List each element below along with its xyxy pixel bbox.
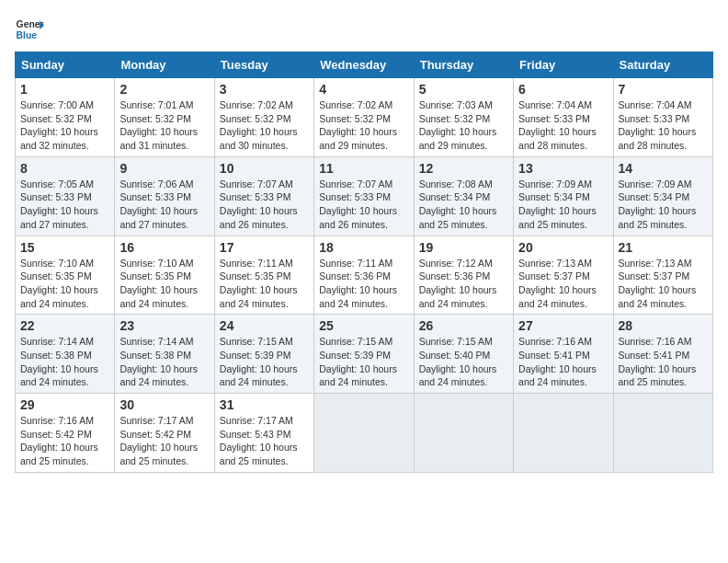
day-info: Sunrise: 7:04 AM Sunset: 5:33 PM Dayligh… xyxy=(619,98,708,153)
calendar-cell: 13 Sunrise: 7:09 AM Sunset: 5:34 PM Dayl… xyxy=(514,156,613,236)
calendar-week-5: 29 Sunrise: 7:16 AM Sunset: 5:42 PM Dayl… xyxy=(16,394,713,473)
day-info: Sunrise: 7:07 AM Sunset: 5:33 PM Dayligh… xyxy=(220,178,309,232)
weekday-header-saturday: Saturday xyxy=(613,52,712,78)
day-number: 30 xyxy=(119,397,209,412)
weekday-header-thursday: Thursday xyxy=(414,52,513,78)
day-number: 17 xyxy=(220,240,309,255)
day-number: 16 xyxy=(119,240,209,255)
day-number: 13 xyxy=(518,161,608,176)
calendar-cell: 3 Sunrise: 7:02 AM Sunset: 5:32 PM Dayli… xyxy=(214,78,313,157)
day-info: Sunrise: 7:17 AM Sunset: 5:43 PM Dayligh… xyxy=(220,414,309,468)
day-info: Sunrise: 7:16 AM Sunset: 5:42 PM Dayligh… xyxy=(20,414,109,468)
day-number: 25 xyxy=(319,318,408,333)
day-info: Sunrise: 7:17 AM Sunset: 5:42 PM Dayligh… xyxy=(119,414,209,468)
day-number: 9 xyxy=(119,161,209,176)
day-number: 21 xyxy=(619,240,708,255)
calendar-cell: 23 Sunrise: 7:14 AM Sunset: 5:38 PM Dayl… xyxy=(115,315,214,394)
day-number: 1 xyxy=(20,82,109,97)
day-info: Sunrise: 7:02 AM Sunset: 5:32 PM Dayligh… xyxy=(319,98,408,153)
day-number: 22 xyxy=(20,318,109,333)
day-number: 26 xyxy=(419,318,508,333)
day-number: 19 xyxy=(419,240,508,255)
logo-icon: General Blue xyxy=(15,15,44,44)
calendar-cell: 6 Sunrise: 7:04 AM Sunset: 5:33 PM Dayli… xyxy=(514,78,613,157)
weekday-header-wednesday: Wednesday xyxy=(314,52,414,78)
calendar-header: SundayMondayTuesdayWednesdayThursdayFrid… xyxy=(16,52,713,78)
calendar-cell xyxy=(314,394,414,473)
day-number: 31 xyxy=(220,397,309,412)
day-number: 27 xyxy=(518,318,608,333)
calendar-body: 1 Sunrise: 7:00 AM Sunset: 5:32 PM Dayli… xyxy=(16,78,713,473)
day-info: Sunrise: 7:05 AM Sunset: 5:33 PM Dayligh… xyxy=(20,178,109,232)
calendar-cell: 7 Sunrise: 7:04 AM Sunset: 5:33 PM Dayli… xyxy=(613,78,712,157)
day-info: Sunrise: 7:15 AM Sunset: 5:40 PM Dayligh… xyxy=(419,335,508,389)
day-number: 4 xyxy=(319,82,408,97)
day-number: 3 xyxy=(220,82,309,97)
day-number: 23 xyxy=(119,318,209,333)
weekday-header-tuesday: Tuesday xyxy=(214,52,313,78)
day-info: Sunrise: 7:15 AM Sunset: 5:39 PM Dayligh… xyxy=(220,335,309,389)
calendar-cell: 9 Sunrise: 7:06 AM Sunset: 5:33 PM Dayli… xyxy=(115,156,214,236)
calendar-week-3: 15 Sunrise: 7:10 AM Sunset: 5:35 PM Dayl… xyxy=(16,236,713,315)
day-number: 28 xyxy=(619,318,708,333)
calendar-cell xyxy=(613,394,712,473)
day-info: Sunrise: 7:11 AM Sunset: 5:35 PM Dayligh… xyxy=(220,257,309,311)
calendar-cell: 8 Sunrise: 7:05 AM Sunset: 5:33 PM Dayli… xyxy=(16,156,115,236)
day-info: Sunrise: 7:06 AM Sunset: 5:33 PM Dayligh… xyxy=(119,178,209,232)
day-info: Sunrise: 7:13 AM Sunset: 5:37 PM Dayligh… xyxy=(619,257,708,311)
calendar-cell: 31 Sunrise: 7:17 AM Sunset: 5:43 PM Dayl… xyxy=(214,394,313,473)
calendar-cell: 2 Sunrise: 7:01 AM Sunset: 5:32 PM Dayli… xyxy=(115,78,214,157)
calendar-cell xyxy=(514,394,613,473)
calendar-cell: 28 Sunrise: 7:16 AM Sunset: 5:41 PM Dayl… xyxy=(613,315,712,394)
weekday-header-monday: Monday xyxy=(115,52,214,78)
calendar-week-1: 1 Sunrise: 7:00 AM Sunset: 5:32 PM Dayli… xyxy=(16,78,713,157)
day-number: 29 xyxy=(20,397,109,412)
day-info: Sunrise: 7:03 AM Sunset: 5:32 PM Dayligh… xyxy=(419,98,508,153)
calendar-cell: 12 Sunrise: 7:08 AM Sunset: 5:34 PM Dayl… xyxy=(414,156,513,236)
day-number: 6 xyxy=(518,82,608,97)
calendar-cell: 17 Sunrise: 7:11 AM Sunset: 5:35 PM Dayl… xyxy=(214,236,313,315)
calendar-cell: 11 Sunrise: 7:07 AM Sunset: 5:33 PM Dayl… xyxy=(314,156,414,236)
calendar-cell: 30 Sunrise: 7:17 AM Sunset: 5:42 PM Dayl… xyxy=(115,394,214,473)
day-number: 14 xyxy=(619,161,708,176)
calendar-cell: 27 Sunrise: 7:16 AM Sunset: 5:41 PM Dayl… xyxy=(514,315,613,394)
calendar-cell: 14 Sunrise: 7:09 AM Sunset: 5:34 PM Dayl… xyxy=(613,156,712,236)
weekday-header-sunday: Sunday xyxy=(16,52,115,78)
day-info: Sunrise: 7:16 AM Sunset: 5:41 PM Dayligh… xyxy=(619,335,708,389)
day-info: Sunrise: 7:09 AM Sunset: 5:34 PM Dayligh… xyxy=(518,178,608,232)
day-number: 10 xyxy=(220,161,309,176)
calendar-cell: 18 Sunrise: 7:11 AM Sunset: 5:36 PM Dayl… xyxy=(314,236,414,315)
day-number: 24 xyxy=(220,318,309,333)
calendar-cell: 22 Sunrise: 7:14 AM Sunset: 5:38 PM Dayl… xyxy=(16,315,115,394)
calendar-cell: 19 Sunrise: 7:12 AM Sunset: 5:36 PM Dayl… xyxy=(414,236,513,315)
day-info: Sunrise: 7:10 AM Sunset: 5:35 PM Dayligh… xyxy=(119,257,209,311)
calendar-cell: 20 Sunrise: 7:13 AM Sunset: 5:37 PM Dayl… xyxy=(514,236,613,315)
day-number: 15 xyxy=(20,240,109,255)
calendar-table: SundayMondayTuesdayWednesdayThursdayFrid… xyxy=(15,52,713,473)
day-info: Sunrise: 7:02 AM Sunset: 5:32 PM Dayligh… xyxy=(220,98,309,153)
calendar-cell: 29 Sunrise: 7:16 AM Sunset: 5:42 PM Dayl… xyxy=(16,394,115,473)
calendar-cell: 26 Sunrise: 7:15 AM Sunset: 5:40 PM Dayl… xyxy=(414,315,513,394)
day-number: 8 xyxy=(20,161,109,176)
day-info: Sunrise: 7:00 AM Sunset: 5:32 PM Dayligh… xyxy=(20,98,109,153)
day-info: Sunrise: 7:01 AM Sunset: 5:32 PM Dayligh… xyxy=(119,98,209,153)
day-info: Sunrise: 7:08 AM Sunset: 5:34 PM Dayligh… xyxy=(419,178,508,232)
weekday-header-friday: Friday xyxy=(514,52,613,78)
day-info: Sunrise: 7:12 AM Sunset: 5:36 PM Dayligh… xyxy=(419,257,508,311)
day-info: Sunrise: 7:09 AM Sunset: 5:34 PM Dayligh… xyxy=(619,178,708,232)
day-info: Sunrise: 7:11 AM Sunset: 5:36 PM Dayligh… xyxy=(319,257,408,311)
day-number: 7 xyxy=(619,82,708,97)
calendar-cell: 10 Sunrise: 7:07 AM Sunset: 5:33 PM Dayl… xyxy=(214,156,313,236)
day-number: 11 xyxy=(319,161,408,176)
day-number: 12 xyxy=(419,161,508,176)
calendar-cell: 25 Sunrise: 7:15 AM Sunset: 5:39 PM Dayl… xyxy=(314,315,414,394)
day-number: 20 xyxy=(518,240,608,255)
calendar-cell: 4 Sunrise: 7:02 AM Sunset: 5:32 PM Dayli… xyxy=(314,78,414,157)
calendar-cell: 5 Sunrise: 7:03 AM Sunset: 5:32 PM Dayli… xyxy=(414,78,513,157)
weekday-row: SundayMondayTuesdayWednesdayThursdayFrid… xyxy=(16,52,713,78)
calendar-cell: 16 Sunrise: 7:10 AM Sunset: 5:35 PM Dayl… xyxy=(115,236,214,315)
day-info: Sunrise: 7:14 AM Sunset: 5:38 PM Dayligh… xyxy=(20,335,109,389)
day-info: Sunrise: 7:14 AM Sunset: 5:38 PM Dayligh… xyxy=(119,335,209,389)
calendar-cell: 15 Sunrise: 7:10 AM Sunset: 5:35 PM Dayl… xyxy=(16,236,115,315)
day-number: 5 xyxy=(419,82,508,97)
